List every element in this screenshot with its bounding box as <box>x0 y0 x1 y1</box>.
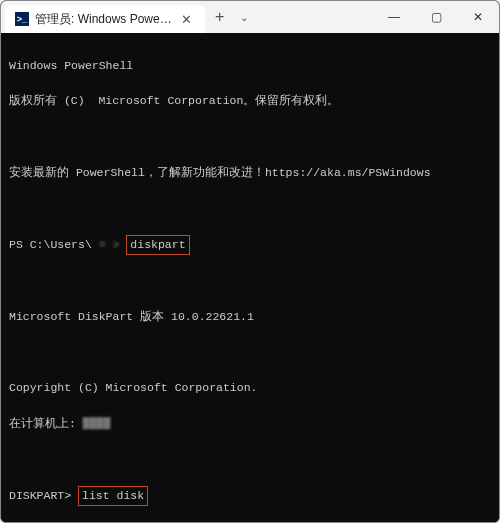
titlebar-drag-area[interactable] <box>254 1 373 33</box>
maximize-button[interactable]: ▢ <box>415 1 457 33</box>
output-line: Windows PowerShell <box>9 57 491 75</box>
output-line: Copyright (C) Microsoft Corporation. <box>9 379 491 397</box>
powershell-window: >_ 管理员: Windows PowerShell ✕ + ⌄ — ▢ ✕ W… <box>0 0 500 523</box>
tab-title: 管理员: Windows PowerShell <box>35 11 172 28</box>
close-button[interactable]: ✕ <box>457 1 499 33</box>
cmd-diskpart: diskpart <box>126 235 189 255</box>
tab-powershell[interactable]: >_ 管理员: Windows PowerShell ✕ <box>5 5 205 33</box>
output-line: 安装最新的 PowerShell，了解新功能和改进！https://aka.ms… <box>9 164 491 182</box>
prompt-line: DISKPART> list disk <box>9 486 491 506</box>
minimize-button[interactable]: — <box>373 1 415 33</box>
output-line: 版权所有 (C) Microsoft Corporation。保留所有权利。 <box>9 92 491 110</box>
prompt-line: PS C:\Users\ = > diskpart <box>9 235 491 255</box>
output-line: 在计算机上: ████ <box>9 415 491 433</box>
titlebar[interactable]: >_ 管理员: Windows PowerShell ✕ + ⌄ — ▢ ✕ <box>1 1 499 33</box>
tab-dropdown-button[interactable]: ⌄ <box>234 1 254 33</box>
terminal-output[interactable]: Windows PowerShell 版权所有 (C) Microsoft Co… <box>1 33 499 522</box>
tab-close-icon[interactable]: ✕ <box>178 12 195 27</box>
new-tab-button[interactable]: + <box>205 1 234 33</box>
output-line: Microsoft DiskPart 版本 10.0.22621.1 <box>9 308 491 326</box>
cmd-list-disk: list disk <box>78 486 148 506</box>
powershell-icon: >_ <box>15 12 29 26</box>
